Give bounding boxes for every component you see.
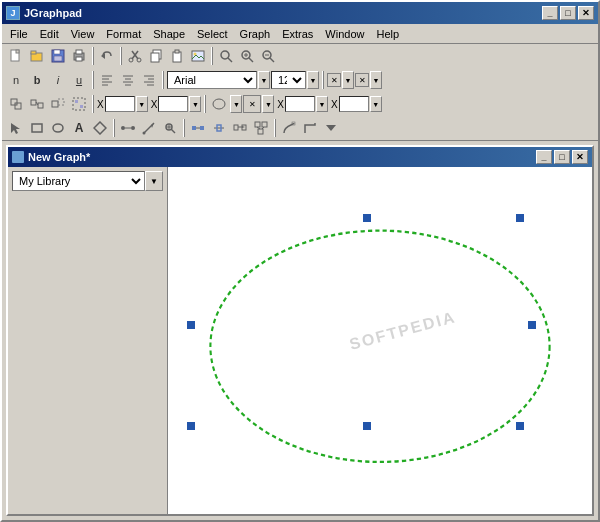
tb-shape-align[interactable]	[27, 94, 47, 114]
tb-rect-tool[interactable]	[27, 118, 47, 138]
tb-x1[interactable]: ✕	[327, 73, 341, 87]
graph-canvas[interactable]: SOFTPEDIA	[168, 167, 592, 514]
svg-rect-77	[262, 122, 267, 127]
menu-window[interactable]: Window	[319, 26, 370, 42]
svg-line-28	[270, 58, 274, 62]
inner-close-button[interactable]: ✕	[572, 150, 588, 164]
tb-waypoint[interactable]	[209, 118, 229, 138]
tb-x2[interactable]: ✕	[355, 73, 369, 87]
menu-shape[interactable]: Shape	[147, 26, 191, 42]
svg-point-61	[143, 132, 146, 135]
tb-cut[interactable]	[125, 46, 145, 66]
handle-bot-center[interactable]	[363, 422, 371, 430]
x-coord-arrow[interactable]: ▼	[136, 96, 148, 112]
font-dropdown-arrow[interactable]: ▼	[258, 71, 270, 89]
svg-rect-78	[258, 129, 263, 134]
tb-bold[interactable]: b	[27, 70, 47, 90]
tb-open[interactable]	[27, 46, 47, 66]
tb-align-right[interactable]	[139, 70, 159, 90]
tb-italic[interactable]: i	[48, 70, 68, 90]
library-arrow[interactable]: ▼	[145, 171, 163, 191]
tb-find[interactable]	[216, 46, 236, 66]
tb-collapse[interactable]	[321, 118, 341, 138]
menu-select[interactable]: Select	[191, 26, 234, 42]
tb-align-center[interactable]	[118, 70, 138, 90]
tb-zoom-out[interactable]	[258, 46, 278, 66]
tb-group[interactable]	[69, 94, 89, 114]
tb-new[interactable]	[6, 46, 26, 66]
tb-save[interactable]	[48, 46, 68, 66]
tb-color-arrow1[interactable]: ▼	[342, 71, 354, 89]
tb-underline[interactable]: u	[69, 70, 89, 90]
svg-point-57	[121, 126, 125, 130]
canvas-svg	[168, 167, 592, 514]
handle-bot-right[interactable]	[516, 422, 524, 430]
w-input[interactable]	[285, 96, 315, 112]
tb-color-arrow2[interactable]: ▼	[370, 71, 382, 89]
toolbar-area: n b i u Arial ▼ 12 ▼ ✕ ▼	[2, 44, 598, 141]
tb-undo[interactable]	[97, 46, 117, 66]
tb-zoom-tool[interactable]	[160, 118, 180, 138]
size-selector[interactable]: 12	[271, 71, 306, 89]
tb-print[interactable]	[69, 46, 89, 66]
tb-copy[interactable]	[146, 46, 166, 66]
menu-graph[interactable]: Graph	[234, 26, 277, 42]
menu-format[interactable]: Format	[100, 26, 147, 42]
font-selector[interactable]: Arial	[167, 71, 257, 89]
x-coord-input[interactable]	[105, 96, 135, 112]
tb-image[interactable]	[188, 46, 208, 66]
tb-font-normal[interactable]: n	[6, 70, 26, 90]
ellipse-arrow[interactable]: ▼	[230, 95, 242, 113]
minimize-button[interactable]: _	[542, 6, 558, 20]
tb-sep-11	[274, 119, 276, 137]
w-arrow[interactable]: ▼	[316, 96, 328, 112]
tb-paste[interactable]	[167, 46, 187, 66]
tb-text-tool[interactable]: A	[69, 118, 89, 138]
svg-rect-18	[175, 50, 179, 53]
inner-minimize-button[interactable]: _	[536, 150, 552, 164]
tb-sep-6	[322, 71, 324, 89]
handle-bot-left[interactable]	[187, 422, 195, 430]
tb-diamond-tool[interactable]	[90, 118, 110, 138]
svg-rect-44	[31, 100, 36, 105]
tb-align-left[interactable]	[97, 70, 117, 90]
library-selector[interactable]: My Library	[12, 171, 145, 191]
menu-file[interactable]: File	[4, 26, 34, 42]
tb-sep-1	[92, 47, 94, 65]
tb-ellipse-shape[interactable]	[209, 94, 229, 114]
inner-maximize-button[interactable]: □	[554, 150, 570, 164]
tb-connect-tool[interactable]	[118, 118, 138, 138]
tb-sep-4	[92, 71, 94, 89]
maximize-button[interactable]: □	[560, 6, 576, 20]
tb-shape-copy[interactable]	[6, 94, 26, 114]
y-coord-arrow[interactable]: ▼	[189, 96, 201, 112]
handle-top-right[interactable]	[516, 214, 524, 222]
tb-x3[interactable]: ✕	[243, 95, 261, 113]
handle-mid-left[interactable]	[187, 321, 195, 329]
tb-ellipse-tool[interactable]	[48, 118, 68, 138]
inner-window-title: New Graph*	[28, 151, 90, 163]
tb-line-tool[interactable]	[139, 118, 159, 138]
tb-select-tool[interactable]	[6, 118, 26, 138]
menu-edit[interactable]: Edit	[34, 26, 65, 42]
menu-help[interactable]: Help	[370, 26, 405, 42]
size-dropdown-arrow[interactable]: ▼	[307, 71, 319, 89]
app-icon: J	[6, 6, 20, 20]
menu-extras[interactable]: Extras	[276, 26, 319, 42]
h-arrow[interactable]: ▼	[370, 96, 382, 112]
tb-connect2[interactable]	[230, 118, 250, 138]
menu-view[interactable]: View	[65, 26, 101, 42]
tb-zoom-in[interactable]	[237, 46, 257, 66]
tb-node-edit[interactable]	[188, 118, 208, 138]
tb-arrow-3[interactable]: ▼	[262, 95, 274, 113]
h-input[interactable]	[339, 96, 369, 112]
tb-edge-style2[interactable]	[300, 118, 320, 138]
y-coord-input[interactable]	[158, 96, 188, 112]
toolbar-row-1	[2, 44, 598, 68]
tb-layout[interactable]	[251, 118, 271, 138]
handle-top-center[interactable]	[363, 214, 371, 222]
handle-mid-right[interactable]	[528, 321, 536, 329]
close-button[interactable]: ✕	[578, 6, 594, 20]
tb-edge-style[interactable]	[279, 118, 299, 138]
tb-resize[interactable]	[48, 94, 68, 114]
